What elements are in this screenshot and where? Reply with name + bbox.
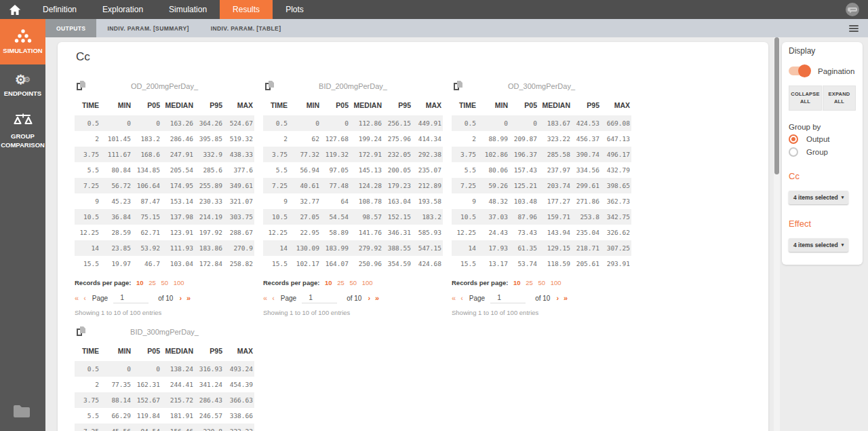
- nav-item-plots[interactable]: Plots: [273, 0, 317, 19]
- first-page-icon[interactable]: «: [452, 295, 456, 302]
- last-page-icon[interactable]: »: [375, 295, 379, 302]
- table-cell: 279.92: [350, 240, 383, 256]
- copy-table-icon[interactable]: [76, 326, 86, 339]
- table-cell: 102.17: [289, 256, 321, 271]
- table-cell: 338.66: [224, 408, 254, 424]
- table-cell: 98.57: [350, 209, 383, 225]
- folder-icon: [12, 404, 31, 419]
- table-cell: 80.06: [477, 162, 509, 178]
- first-page-icon[interactable]: «: [263, 295, 267, 302]
- prev-page-icon[interactable]: ‹: [272, 295, 275, 302]
- table-cell: 12.25: [263, 225, 289, 240]
- next-page-icon[interactable]: ›: [556, 295, 559, 302]
- table-cell: 235.07: [412, 162, 443, 178]
- table-cell: 364.26: [195, 115, 224, 131]
- project-folder-button[interactable]: [12, 404, 31, 421]
- output-table-block: BID_200mgPerDay_ TIMEMINP05MEDIANP95MAX0…: [263, 80, 443, 316]
- table-cell: 454.39: [224, 377, 254, 392]
- pagination-toggle[interactable]: [789, 67, 809, 75]
- table-cell: 97.05: [321, 162, 350, 178]
- records-option-100[interactable]: 100: [174, 279, 184, 286]
- table-cell: 214.19: [195, 209, 224, 225]
- records-option-50[interactable]: 50: [350, 279, 357, 286]
- copy-table-icon[interactable]: [76, 80, 86, 94]
- next-page-icon[interactable]: ›: [368, 295, 370, 302]
- menu-icon[interactable]: [849, 24, 859, 33]
- table-title: BID_300mgPerDay_: [75, 326, 254, 336]
- table-row: 10.537.0387.96159.71253.8342.75: [452, 209, 631, 225]
- table-cell: 2: [263, 131, 289, 147]
- table-cell: 9: [75, 193, 100, 209]
- column-header: P95: [383, 101, 412, 115]
- column-header: MAX: [412, 101, 443, 115]
- cc-items-dropdown[interactable]: 4 items selected ▾: [789, 191, 848, 204]
- last-page-icon[interactable]: »: [564, 295, 568, 302]
- table-cell: 285.6: [195, 162, 224, 178]
- percentile-table: TIMEMINP05MEDIANP95MAX0.500163.26364.265…: [75, 101, 254, 271]
- nav-item-simulation[interactable]: Simulation: [156, 0, 220, 19]
- column-header: P05: [509, 101, 538, 115]
- sidebar-item-group-comparison[interactable]: GROUP COMPARISON: [0, 107, 45, 155]
- collapse-all-button[interactable]: COLLAPSE ALL: [789, 86, 822, 111]
- table-cell: 256.15: [383, 115, 412, 131]
- page-number-input[interactable]: [113, 293, 149, 303]
- table-cell: 424.68: [412, 256, 443, 271]
- tab-indiv-param-summary[interactable]: INDIV. PARAM. [SUMMARY]: [96, 19, 199, 37]
- sidebar-item-label: SIMULATION: [3, 47, 42, 56]
- records-option-100[interactable]: 100: [551, 279, 561, 286]
- table-row: 3.7577.32119.32172.91232.05292.38: [263, 147, 443, 162]
- results-tab-bar: OUTPUTS INDIV. PARAM. [SUMMARY] INDIV. P…: [45, 19, 868, 37]
- records-option-100[interactable]: 100: [362, 279, 373, 286]
- next-page-icon[interactable]: ›: [179, 295, 182, 302]
- page-number-input[interactable]: [490, 293, 526, 303]
- radio-label: Group: [806, 148, 828, 156]
- table-cell: 349.61: [224, 178, 254, 193]
- copy-table-icon[interactable]: [264, 80, 275, 94]
- records-option-25[interactable]: 25: [149, 279, 156, 286]
- sidebar: SIMULATION ⚙⚙ ENDPOINTS GROUP COMPARISON: [0, 19, 45, 431]
- prev-page-icon[interactable]: ‹: [460, 295, 463, 302]
- records-option-25[interactable]: 25: [526, 279, 533, 286]
- records-option-10[interactable]: 10: [325, 279, 332, 286]
- table-row: 7.2559.26125.21203.74299.61398.65: [452, 178, 631, 193]
- table-row: 3.7588.14152.67215.72286.43366.63: [75, 392, 254, 408]
- nav-item-definition[interactable]: Definition: [30, 0, 90, 19]
- table-row: 288.99209.87323.22456.37647.13: [452, 131, 631, 147]
- home-button[interactable]: [0, 0, 30, 19]
- table-cell: 27.05: [289, 209, 321, 225]
- records-option-10[interactable]: 10: [513, 279, 521, 286]
- page-label: Page: [281, 295, 296, 302]
- table-cell: 45.56: [100, 424, 132, 431]
- table-cell: 13.17: [477, 256, 509, 271]
- last-page-icon[interactable]: »: [186, 295, 191, 302]
- copy-table-icon[interactable]: [453, 80, 463, 94]
- sidebar-item-endpoints[interactable]: ⚙⚙ ENDPOINTS: [0, 64, 45, 107]
- records-option-50[interactable]: 50: [161, 279, 169, 286]
- column-header: P05: [132, 101, 161, 115]
- prev-page-icon[interactable]: ‹: [83, 295, 86, 302]
- vertical-scrollbar[interactable]: [774, 37, 780, 431]
- group-by-output-radio[interactable]: Output: [789, 134, 856, 144]
- tab-indiv-param-table[interactable]: INDIV. PARAM. [TABLE]: [200, 19, 292, 37]
- expand-all-button[interactable]: EXPAND ALL: [823, 86, 856, 111]
- table-cell: 111.93: [161, 240, 195, 256]
- nav-item-exploration[interactable]: Exploration: [90, 0, 156, 19]
- first-page-icon[interactable]: «: [75, 295, 79, 302]
- scrollbar-thumb[interactable]: [774, 37, 779, 174]
- chat-icon[interactable]: [845, 2, 860, 17]
- effect-items-dropdown[interactable]: 4 items selected ▾: [789, 238, 848, 252]
- table-cell: 77.48: [321, 178, 350, 193]
- sidebar-item-simulation[interactable]: SIMULATION: [0, 19, 45, 64]
- page-number-input[interactable]: [302, 293, 337, 303]
- tab-outputs[interactable]: OUTPUTS: [45, 19, 96, 37]
- nav-item-results[interactable]: Results: [220, 0, 273, 19]
- records-option-10[interactable]: 10: [136, 279, 144, 286]
- records-option-25[interactable]: 25: [337, 279, 344, 286]
- table-cell: 157.43: [509, 162, 538, 178]
- table-cell: 366.63: [224, 392, 254, 408]
- table-row: 277.35162.31244.41341.24454.39: [75, 377, 254, 392]
- table-cell: 209.87: [509, 131, 538, 147]
- group-by-group-radio[interactable]: Group: [789, 147, 856, 157]
- table-cell: 0.5: [263, 115, 289, 131]
- records-option-50[interactable]: 50: [538, 279, 546, 286]
